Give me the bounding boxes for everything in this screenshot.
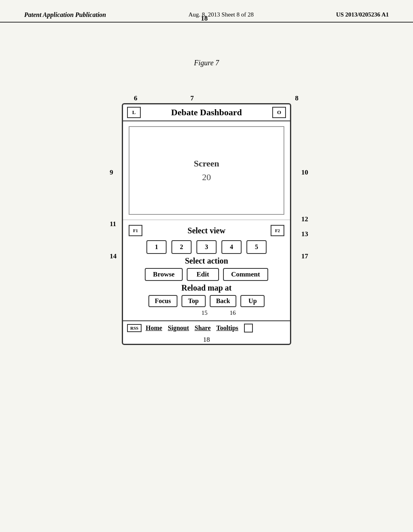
bottom-annot-18: 18	[201, 15, 208, 23]
publication-label: Patent Application Publication	[24, 11, 106, 19]
share-link[interactable]: Share	[195, 324, 211, 332]
edit-button[interactable]: Edit	[187, 268, 219, 281]
annotation-9: 9	[110, 168, 113, 177]
screen-number: 20	[202, 172, 211, 183]
annotation-13: 13	[301, 230, 308, 238]
rss-button[interactable]: RSS	[127, 324, 142, 332]
o-button[interactable]: O	[272, 107, 286, 118]
annotation-12: 12	[301, 215, 308, 223]
nav-number-labels: 15 16	[129, 310, 284, 316]
up-button[interactable]: Up	[240, 295, 265, 307]
number-buttons-row: 1 2 3 4 5	[129, 240, 284, 254]
view-button-1[interactable]: 1	[146, 240, 167, 254]
annotation-7: 7	[190, 94, 194, 102]
l-button[interactable]: L	[127, 107, 141, 118]
device-outer-border: L Debate Dashboard O Screen 20 F1 Select…	[122, 103, 291, 345]
reload-label: Reload map at	[129, 283, 284, 293]
comment-button[interactable]: Comment	[223, 268, 268, 281]
select-action-label: Select action	[129, 256, 284, 266]
select-view-row: F1 Select view F2	[129, 223, 284, 238]
top-button[interactable]: Top	[181, 295, 206, 307]
patent-number: US 2013/0205236 A1	[336, 11, 389, 18]
date-sheet-info: Aug. 8, 2013 Sheet 8 of 28	[188, 11, 254, 18]
signout-link[interactable]: Signout	[168, 324, 189, 332]
annotation-14: 14	[110, 252, 117, 260]
home-link[interactable]: Home	[146, 324, 162, 332]
screen-label: Screen	[194, 158, 219, 169]
view-button-2[interactable]: 2	[171, 240, 192, 254]
label-16: 16	[221, 310, 245, 316]
annotation-10: 10	[301, 168, 308, 177]
view-button-3[interactable]: 3	[196, 240, 217, 254]
main-content: 6 7 8 9 11 14 10 12 13 17 L Debate Dashb…	[0, 23, 413, 67]
f2-button[interactable]: F2	[271, 225, 284, 236]
view-button-4[interactable]: 4	[221, 240, 242, 254]
back-button[interactable]: Back	[210, 295, 237, 307]
tooltips-link[interactable]: Tooltips	[216, 324, 238, 332]
device-top-bar: L Debate Dashboard O	[123, 104, 290, 121]
device-screen: Screen 20	[129, 126, 284, 215]
device-diagram: L Debate Dashboard O Screen 20 F1 Select…	[122, 103, 291, 345]
bottom-links: Home Signout Share Tooltips	[146, 324, 238, 332]
annotation-8: 8	[295, 94, 299, 102]
annotation-17: 17	[301, 252, 308, 260]
focus-button[interactable]: Focus	[148, 295, 177, 307]
device-bottom-bar: RSS Home Signout Share Tooltips	[123, 320, 290, 335]
action-buttons-row: Browse Edit Comment	[129, 268, 284, 281]
browse-button[interactable]: Browse	[145, 268, 183, 281]
annotation-11: 11	[110, 220, 116, 228]
view-button-5[interactable]: 5	[246, 240, 267, 254]
device-controls: F1 Select view F2 1 2 3 4 5 Select actio…	[123, 220, 290, 320]
annotation-6: 6	[134, 94, 138, 102]
device-title: Debate Dashboard	[141, 107, 272, 118]
f1-button[interactable]: F1	[129, 225, 142, 236]
nav-buttons-row: Focus Top Back Up	[129, 295, 284, 307]
select-view-label: Select view	[142, 226, 271, 235]
annotation-18: 18	[123, 336, 290, 344]
label-15: 15	[192, 310, 217, 316]
figure-caption: Figure 7	[194, 59, 219, 67]
tooltips-checkbox[interactable]	[244, 324, 253, 332]
